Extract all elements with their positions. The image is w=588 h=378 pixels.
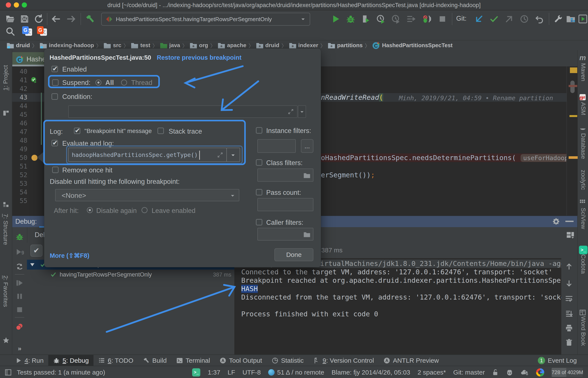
class-filters-input[interactable]	[257, 169, 314, 182]
git-update-icon[interactable]	[473, 13, 485, 25]
caller-filters-input[interactable]	[257, 228, 314, 241]
project-structure-icon[interactable]	[565, 13, 577, 25]
print-icon[interactable]	[562, 323, 575, 334]
run-icon[interactable]	[329, 13, 342, 25]
google-icon[interactable]	[536, 368, 544, 377]
toolwindow-tab-run[interactable]: 4: Run	[11, 355, 48, 366]
debug-console[interactable]: /Library/Java/JavaVirtualMachines/jdk1.8…	[234, 258, 561, 355]
line-number[interactable]: 51	[12, 162, 27, 171]
git-branch[interactable]: Git: master	[453, 369, 485, 376]
breadcrumb-item-apache[interactable]: apache	[218, 42, 246, 49]
test-passed-run-icon[interactable]	[31, 77, 38, 84]
blame-info[interactable]: Blame: fjy 2014/4/26, 05:03	[331, 369, 410, 376]
breadcrumb-item-class[interactable]: C HashedPartitionsSpecTest	[372, 41, 453, 49]
restore-layout-icon[interactable]	[565, 230, 576, 240]
search-icon[interactable]	[4, 26, 16, 38]
toolwindow-tab-terminal[interactable]: Terminal	[171, 355, 215, 366]
sidebar-item-zoolytic[interactable]: zoolytic	[580, 170, 587, 190]
editor-error-stripe[interactable]	[566, 66, 578, 216]
leave-enabled-label[interactable]: Leave enabled	[152, 207, 195, 215]
line-number[interactable]: 40	[12, 67, 27, 76]
line-number[interactable]: 53	[12, 179, 27, 188]
breadcrumb-item-partitions[interactable]: partitions	[327, 42, 363, 49]
breadcrumb-item-src[interactable]: src	[103, 42, 121, 49]
toolwindow-tab-event-log[interactable]: 1 Event Log	[533, 355, 582, 366]
sidebar-item-codota[interactable]: Codota	[580, 254, 587, 274]
class-filters-checkbox[interactable]	[256, 159, 262, 166]
breadcrumb-item-test[interactable]: test	[131, 42, 150, 49]
open-icon[interactable]	[4, 13, 16, 25]
sidebar-item-wordbook[interactable]: Word Book	[580, 316, 587, 346]
toolwindow-tab-build[interactable]: Build	[138, 355, 171, 366]
file-encoding[interactable]: UTF-8	[243, 369, 261, 376]
toolwindow-tab-debug[interactable]: 5: Debug	[48, 355, 93, 366]
run-config-combo[interactable]: HashedPartitionsSpecTest.havingTargetRow…	[101, 13, 310, 26]
line-number[interactable]: 41	[12, 76, 27, 84]
toolwindow-tab-todo[interactable]: 6: TODO	[93, 355, 138, 366]
instance-filters-label[interactable]: Instance filters:	[266, 127, 311, 135]
breadcrumb-item-druid-pkg[interactable]: druid	[256, 42, 279, 49]
cloud-config-icon[interactable]: ?	[521, 369, 529, 376]
condition-label[interactable]: Condition:	[62, 93, 92, 101]
quick-terminal-icon[interactable]: >_	[192, 368, 200, 377]
breadcrumb-item-indexing-hadoop[interactable]: indexing-hadoop	[39, 42, 94, 49]
disable-again-label[interactable]: Disable again	[96, 207, 137, 215]
pass-count-input[interactable]	[257, 198, 314, 211]
sidebar-item-database[interactable]: Database	[580, 133, 587, 159]
condition-input[interactable]	[68, 105, 298, 118]
breadcrumb-item-java[interactable]: java	[160, 42, 180, 49]
sidebar-item-structure[interactable]: 7: Structure	[2, 214, 9, 245]
clear-console-trash-icon[interactable]	[562, 337, 575, 348]
toolwindow-tab-version-control[interactable]: 9: Version Control	[308, 355, 379, 366]
settings-wrench-icon[interactable]	[552, 13, 564, 25]
profiler-icon[interactable]	[375, 13, 387, 25]
toolwindow-tab-statistic[interactable]: Statistic	[267, 355, 308, 366]
line-number[interactable]: 55	[12, 197, 27, 205]
line-number[interactable]: 50	[12, 153, 27, 162]
breadcrumb-item-druid[interactable]: druid	[6, 42, 30, 49]
status-message[interactable]: Tests passed: 1 (a minute ago)	[17, 369, 105, 376]
enabled-label[interactable]: Enabled	[62, 66, 87, 73]
hide-tool-window-icon[interactable]	[565, 221, 574, 222]
rollback-icon[interactable]	[533, 13, 545, 25]
changes-indicator[interactable]: 51 Δ / no remote	[268, 369, 324, 376]
instance-filters-input[interactable]	[257, 139, 296, 153]
memory-indicator[interactable]: 728 of 4029M	[552, 368, 583, 377]
class-filters-label[interactable]: Class filters:	[266, 159, 303, 167]
leave-enabled-radio[interactable]	[142, 207, 147, 213]
line-number[interactable]: 42	[12, 84, 27, 93]
line-number[interactable]: 49	[12, 145, 27, 153]
toolwindow-tab-tool-output[interactable]: Tool Output	[215, 355, 267, 366]
enabled-checkbox[interactable]	[52, 66, 58, 72]
sidebar-item-maven[interactable]: Maven	[580, 63, 587, 81]
breadcrumb-item-indexer[interactable]: indexer	[289, 42, 318, 49]
tree-row-test[interactable]: havingTargetRowsPerSegmentOnly 387 ms	[27, 270, 234, 280]
toolwindow-tab-antlr[interactable]: ANTLR Preview	[379, 355, 444, 366]
google-translate-orange-icon[interactable]: 文 G	[37, 26, 47, 37]
sidebar-item-project[interactable]: 1: Project	[2, 65, 9, 91]
sync-icon[interactable]	[33, 13, 45, 25]
remove-once-label[interactable]: Remove once hit	[62, 166, 112, 174]
sidebar-item-sciview[interactable]: SciView	[580, 208, 587, 229]
disable-until-combo[interactable]: <None>	[55, 189, 239, 201]
run-anything-icon[interactable]	[578, 13, 588, 25]
save-icon[interactable]	[19, 13, 31, 25]
attach-debugger-icon[interactable]	[420, 13, 433, 25]
line-number[interactable]: 45	[12, 110, 27, 119]
done-button[interactable]: Done	[274, 248, 314, 261]
sidebar-item-favorites[interactable]: 2: Favorites	[2, 275, 9, 307]
line-number-current[interactable]: 43	[12, 93, 27, 102]
indent-info[interactable]: 2 spaces*	[418, 369, 446, 376]
down-stack-icon[interactable]	[562, 278, 575, 289]
incognito-icon[interactable]	[506, 369, 513, 376]
soft-wrap-icon[interactable]	[562, 293, 575, 304]
toolwindow-switcher-icon[interactable]	[3, 368, 13, 377]
forward-icon[interactable]	[65, 13, 77, 25]
remove-once-checkbox[interactable]	[52, 167, 59, 173]
view-breakpoints-icon[interactable]	[12, 322, 27, 332]
instance-filters-checkbox[interactable]	[256, 127, 262, 134]
condition-dropdown-button[interactable]	[298, 105, 306, 118]
restore-breakpoint-link[interactable]: Restore previous breakpoint	[157, 54, 241, 61]
disable-again-radio[interactable]	[87, 207, 93, 213]
pass-count-label[interactable]: Pass count:	[266, 189, 301, 197]
